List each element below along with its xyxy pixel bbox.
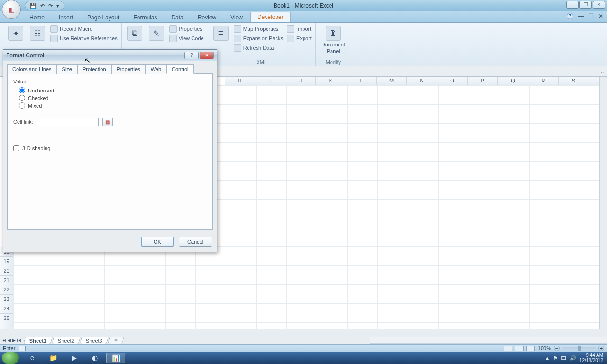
mdi-minimize[interactable]: — bbox=[578, 13, 584, 19]
tab-formulas[interactable]: Formulas bbox=[127, 13, 164, 22]
taskbar-excel-icon[interactable]: 📊 bbox=[106, 353, 125, 363]
qat-customize-icon[interactable]: ▾ bbox=[56, 3, 59, 9]
window-minimize-button[interactable]: — bbox=[566, 1, 579, 9]
column-header[interactable]: N bbox=[407, 77, 437, 85]
column-header[interactable]: O bbox=[437, 77, 468, 85]
tray-overflow-icon[interactable]: ▲ bbox=[545, 355, 550, 361]
dialog-tab-web[interactable]: Web bbox=[146, 64, 166, 74]
column-header[interactable]: H bbox=[225, 77, 255, 85]
window-maximize-button[interactable]: ❐ bbox=[579, 1, 592, 9]
cancel-button[interactable]: Cancel bbox=[179, 237, 212, 247]
properties-button[interactable]: Properties bbox=[168, 25, 205, 33]
taskbar-media-icon[interactable]: ▶ bbox=[64, 353, 83, 363]
dialog-tab-properties[interactable]: Properties bbox=[111, 64, 146, 74]
mdi-close[interactable]: ✕ bbox=[598, 13, 603, 19]
tab-home[interactable]: Home bbox=[23, 13, 51, 22]
column-header[interactable]: K bbox=[316, 77, 346, 85]
refresh-data-button[interactable]: Refresh Data bbox=[233, 44, 284, 52]
row-header[interactable]: 22 bbox=[0, 285, 13, 295]
radio-unchecked[interactable]: Unchecked bbox=[19, 87, 207, 93]
tab-view[interactable]: View bbox=[224, 13, 249, 22]
record-macro-button[interactable]: Record Macro bbox=[49, 25, 119, 33]
column-header[interactable]: I bbox=[255, 77, 285, 85]
row-headers[interactable]: 1819202122232425 bbox=[0, 247, 13, 329]
radio-checked[interactable]: Checked bbox=[19, 95, 207, 101]
row-header[interactable]: 20 bbox=[0, 266, 13, 276]
dialog-tab-size[interactable]: Size bbox=[57, 64, 77, 74]
column-header[interactable]: S bbox=[559, 77, 589, 85]
horizontal-scrollbar[interactable] bbox=[0, 329, 607, 337]
column-header[interactable]: P bbox=[468, 77, 498, 85]
help-icon[interactable]: ? bbox=[567, 13, 573, 19]
view-normal-button[interactable] bbox=[504, 346, 512, 351]
macros-button[interactable]: ☷ bbox=[28, 25, 47, 41]
sheet-tab-2[interactable]: Sheet2 bbox=[52, 337, 81, 344]
use-relative-refs-button[interactable]: Use Relative References bbox=[49, 34, 119, 43]
column-headers[interactable]: HIJKLMNOPQRS bbox=[225, 77, 599, 85]
macro-record-icon[interactable] bbox=[19, 346, 26, 351]
source-button[interactable]: ≣ bbox=[211, 25, 231, 41]
zoom-in-button[interactable]: + bbox=[598, 346, 604, 351]
sheet-nav-next-icon[interactable]: ▶ bbox=[12, 338, 16, 343]
new-sheet-button[interactable]: ✧ bbox=[108, 337, 124, 344]
office-button[interactable]: ◧ bbox=[2, 0, 21, 19]
system-clock[interactable]: 9:44 AM 12/18/2012 bbox=[579, 353, 603, 363]
dialog-tab-colors[interactable]: Colors and Lines bbox=[7, 64, 57, 74]
sheet-tab-1[interactable]: Sheet1 bbox=[23, 337, 53, 344]
tray-network-icon[interactable]: 🗔 bbox=[561, 355, 566, 361]
view-page-break-button[interactable] bbox=[526, 346, 535, 351]
sheet-nav-first-icon[interactable]: ⏮ bbox=[2, 338, 6, 343]
row-header[interactable]: 19 bbox=[0, 257, 13, 266]
row-header[interactable]: 23 bbox=[0, 295, 13, 304]
cell-link-input[interactable] bbox=[37, 118, 99, 126]
insert-controls-button[interactable]: ⧉ bbox=[125, 25, 145, 41]
ok-button[interactable]: OK bbox=[141, 237, 174, 247]
qat-undo-icon[interactable]: ↶ bbox=[40, 3, 45, 9]
taskbar-ie-icon[interactable]: e bbox=[23, 353, 42, 363]
tab-insert[interactable]: Insert bbox=[52, 13, 80, 22]
radio-mixed[interactable]: Mixed bbox=[19, 102, 207, 109]
start-button[interactable] bbox=[2, 352, 19, 364]
view-page-layout-button[interactable] bbox=[515, 346, 524, 351]
tab-data[interactable]: Data bbox=[165, 13, 190, 22]
tab-developer[interactable]: Developer bbox=[250, 12, 291, 22]
sheet-nav-prev-icon[interactable]: ◀ bbox=[8, 338, 11, 343]
qat-redo-icon[interactable]: ↷ bbox=[48, 3, 53, 9]
column-header[interactable]: M bbox=[377, 77, 407, 85]
zoom-out-button[interactable]: − bbox=[554, 346, 560, 351]
formula-bar-expand-icon[interactable]: ⌄ bbox=[597, 68, 607, 75]
map-properties-button[interactable]: Map Properties bbox=[233, 25, 284, 33]
view-code-button[interactable]: View Code bbox=[168, 34, 205, 43]
dialog-tab-protection[interactable]: Protection bbox=[77, 64, 111, 74]
import-button[interactable]: Import bbox=[286, 25, 313, 33]
window-close-button[interactable]: ✕ bbox=[593, 1, 605, 9]
dialog-close-button[interactable]: ✕ bbox=[200, 52, 214, 59]
taskbar-explorer-icon[interactable]: 📁 bbox=[44, 353, 63, 363]
range-selector-button[interactable]: ▦ bbox=[102, 118, 113, 126]
dialog-help-button[interactable]: ? bbox=[184, 52, 199, 59]
design-mode-button[interactable]: ✎ bbox=[147, 25, 166, 41]
mdi-restore[interactable]: ❐ bbox=[589, 13, 594, 19]
3d-shading-checkbox[interactable]: 3-D shading bbox=[13, 145, 207, 151]
column-header[interactable]: J bbox=[285, 77, 316, 85]
tray-volume-icon[interactable]: 🔊 bbox=[570, 355, 576, 361]
column-header[interactable]: Q bbox=[498, 77, 528, 85]
document-panel-button[interactable]: 🗎 Document Panel bbox=[319, 25, 348, 54]
row-header[interactable]: 25 bbox=[0, 314, 13, 323]
sheet-nav-last-icon[interactable]: ⏭ bbox=[17, 338, 21, 343]
row-header[interactable]: 21 bbox=[0, 276, 13, 285]
tray-flag-icon[interactable]: ⚑ bbox=[553, 355, 558, 361]
row-header[interactable]: 24 bbox=[0, 304, 13, 314]
vertical-scrollbar[interactable] bbox=[599, 77, 607, 329]
column-header[interactable]: R bbox=[528, 77, 559, 85]
tab-review[interactable]: Review bbox=[191, 13, 223, 22]
visual-basic-button[interactable]: ✦ bbox=[6, 25, 26, 41]
qat-save-icon[interactable]: 💾 bbox=[30, 3, 37, 9]
zoom-slider[interactable] bbox=[562, 347, 596, 349]
horizontal-scroll-track[interactable] bbox=[370, 337, 607, 344]
sheet-tab-3[interactable]: Sheet3 bbox=[80, 337, 109, 344]
dialog-titlebar[interactable]: Format Control ? ✕ bbox=[3, 50, 217, 61]
export-button[interactable]: Export bbox=[286, 34, 313, 43]
dialog-tab-control[interactable]: Control bbox=[166, 64, 193, 74]
column-header[interactable]: L bbox=[346, 77, 377, 85]
